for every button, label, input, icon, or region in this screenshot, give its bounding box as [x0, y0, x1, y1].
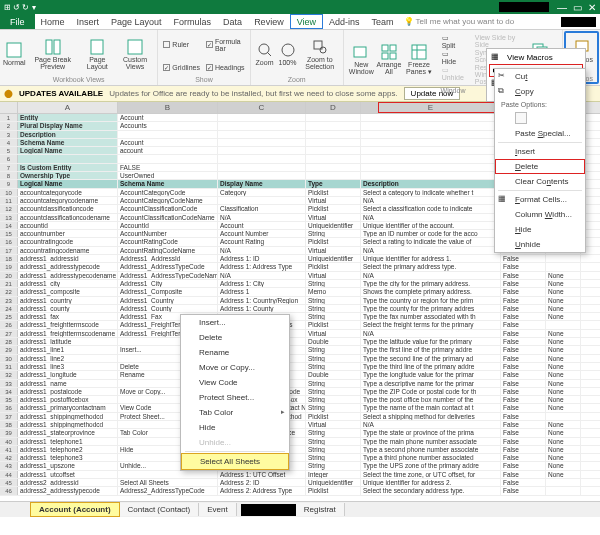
ctx-paste-special[interactable]: Paste Special...: [495, 126, 585, 141]
sidebyside-button[interactable]: View Side by Side: [475, 34, 516, 48]
ctx-delete-col[interactable]: Delete: [495, 159, 585, 174]
minimize-icon[interactable]: —: [557, 2, 567, 13]
ctx-protect-sheet[interactable]: Protect Sheet...: [181, 390, 289, 405]
grid-row[interactable]: 36address1_primarycontactnamView CodeAdd…: [0, 404, 600, 412]
gridlines-check[interactable]: ✓Gridlines: [162, 58, 201, 76]
tab-home[interactable]: Home: [35, 14, 71, 29]
grid-row[interactable]: 39address1_stateorprovinceTab ColorAddre…: [0, 429, 600, 437]
sheet-tab-event[interactable]: Event: [199, 503, 236, 516]
grid-row[interactable]: 28address1_latitudeAddress 1: LatitudeDo…: [0, 338, 600, 346]
ctx-cut[interactable]: ✂Cut: [495, 69, 585, 84]
unhide-button[interactable]: ▭ Unhide: [442, 66, 464, 81]
grid-row[interactable]: 42address1_telephone3Address 1: Telephon…: [0, 454, 600, 462]
grid-row[interactable]: 26address1_freighttermscodeAddress1_Frei…: [0, 321, 600, 329]
ctx-unhide[interactable]: Unhide...: [181, 435, 289, 450]
grid-row[interactable]: 32address1_longitudeRenameAddress 1: Lon…: [0, 371, 600, 379]
sheet-tab-account[interactable]: Account (Account): [30, 502, 120, 517]
pagelayout-button[interactable]: Page Layout: [81, 32, 114, 76]
close-icon[interactable]: ✕: [588, 2, 596, 13]
ctx-move-copy[interactable]: Move or Copy...: [181, 360, 289, 375]
ctx-select-all-sheets[interactable]: Select All Sheets: [181, 453, 289, 470]
customviews-button[interactable]: Custom Views: [117, 32, 154, 76]
tab-team[interactable]: Team: [366, 14, 400, 29]
tab-formulas[interactable]: Formulas: [168, 14, 218, 29]
col-A[interactable]: A: [18, 102, 118, 113]
hide-button[interactable]: ▭ Hide: [442, 50, 464, 65]
newwindow-button[interactable]: New Window: [348, 32, 375, 87]
grid-row[interactable]: 19address1_addresstypecodeAddress1_Addre…: [0, 263, 600, 271]
zoom100-button[interactable]: 100%: [278, 32, 298, 76]
ctx-view-code[interactable]: View Code: [181, 375, 289, 390]
ctx-hide-col[interactable]: Hide: [495, 222, 585, 237]
grid-row[interactable]: 41address1_telephone2HideAddress 1: Tele…: [0, 446, 600, 454]
paste-opt-1[interactable]: [515, 112, 527, 124]
formulabar-check[interactable]: ✓Formula Bar: [205, 32, 246, 57]
grid-row[interactable]: 33address1_nameAddress 1: NameStringType…: [0, 380, 600, 388]
zoom-selection-button[interactable]: Zoom to Selection: [301, 32, 339, 76]
grid-row[interactable]: 38address1_shippingmethodcdN/AVirtualN/A…: [0, 421, 600, 429]
ctx-hide[interactable]: Hide: [181, 420, 289, 435]
tab-page-layout[interactable]: Page Layout: [105, 14, 168, 29]
grid-row[interactable]: 22address1_compositeAddress1_CompositeAd…: [0, 288, 600, 296]
info-icon: ⬤: [4, 89, 13, 98]
grid-row[interactable]: 21address1_cityAddress1_CityAddress 1: C…: [0, 280, 600, 288]
grid-row[interactable]: 46address2_addresstypecodeAddress2_Addre…: [0, 487, 600, 495]
tell-me[interactable]: 💡Tell me what you want to do: [404, 17, 515, 26]
ctx-insert[interactable]: Insert...: [181, 315, 289, 330]
headings-check[interactable]: ✓Headings: [205, 58, 246, 76]
ctx-column-width[interactable]: Column Width...: [495, 207, 585, 222]
svg-rect-2: [54, 40, 60, 54]
ctx-unhide-col[interactable]: Unhide: [495, 237, 585, 252]
grid-row[interactable]: 29address1_line1Insert...Address 1: Stre…: [0, 346, 600, 354]
tab-file[interactable]: File: [0, 14, 35, 29]
tab-insert[interactable]: Insert: [71, 14, 106, 29]
col-C[interactable]: C: [218, 102, 306, 113]
tab-view[interactable]: View: [290, 14, 323, 29]
group-workbook-views: Normal Page Break Preview Page Layout Cu…: [0, 30, 158, 85]
zoom-button[interactable]: Zoom: [255, 32, 275, 76]
ribbon-tabs: File Home Insert Page Layout Formulas Da…: [0, 14, 600, 30]
grid-row[interactable]: 37address1_shippingmethodcdProtect Sheet…: [0, 413, 600, 421]
view-macros-item[interactable]: ▦View Macros: [489, 51, 583, 64]
tab-addins[interactable]: Add-ins: [323, 14, 366, 29]
grid-row[interactable]: 31address1_line3DeleteAddress 1: Street …: [0, 363, 600, 371]
ctx-delete[interactable]: Delete: [181, 330, 289, 345]
group-show: Ruler ✓Formula Bar ✓Gridlines ✓Headings …: [158, 30, 250, 85]
grid-row[interactable]: 40address1_telephone1Address PhoneString…: [0, 438, 600, 446]
maximize-icon[interactable]: ▭: [573, 2, 582, 13]
copy-icon: ⧉: [498, 86, 504, 96]
ctx-copy[interactable]: ⧉Copy: [495, 84, 585, 99]
grid-row[interactable]: 44address1_utcoffsetAddress 1: UTC Offse…: [0, 471, 600, 479]
freezepanes-button[interactable]: Freeze Panes ▾: [403, 32, 434, 87]
grid-row[interactable]: 30address1_line2Address 1: Street 2Strin…: [0, 355, 600, 363]
grid-row[interactable]: 25address1_faxAddress1_FaxAddress 1: Fax…: [0, 313, 600, 321]
grid-row[interactable]: 43address1_upszoneUnhide...Address 1: UP…: [0, 462, 600, 470]
grid-row[interactable]: 35address1_postofficeboxAddress 1: Post …: [0, 396, 600, 404]
grid-row[interactable]: 45address2_addressidSelect All SheetsAdd…: [0, 479, 600, 487]
col-B[interactable]: B: [118, 102, 218, 113]
ctx-format-cells[interactable]: ▦Format Cells...: [495, 192, 585, 207]
grid-row[interactable]: 23address1_countryAddress1_CountryAddres…: [0, 297, 600, 305]
pagebreak-button[interactable]: Page Break Preview: [28, 32, 78, 76]
tab-data[interactable]: Data: [217, 14, 248, 29]
grid-row[interactable]: 18address1_addressidAddress1_AddressIdAd…: [0, 255, 600, 263]
ctx-tab-color[interactable]: Tab Color▸: [181, 405, 289, 420]
grid-row[interactable]: 24address1_countyAddress1_CountyAddress …: [0, 305, 600, 313]
ctx-insert-col[interactable]: Insert: [495, 144, 585, 159]
grid-row[interactable]: 34address1_postalcodeMove or Copy...Addr…: [0, 388, 600, 396]
grid-row[interactable]: 27address1_freighttermscodenameAddress1_…: [0, 330, 600, 338]
svg-rect-4: [128, 40, 142, 54]
arrangeall-button[interactable]: Arrange All: [378, 32, 401, 87]
sheet-tab-registrat[interactable]: Registrat: [296, 503, 345, 516]
ruler-check[interactable]: Ruler: [162, 32, 201, 57]
sheet-tab-contact[interactable]: Contact (Contact): [120, 503, 200, 516]
split-button[interactable]: ▭ Split: [442, 34, 464, 49]
col-D[interactable]: D: [306, 102, 361, 113]
normal-button[interactable]: Normal: [4, 32, 25, 76]
ctx-clear[interactable]: Clear Contents: [495, 174, 585, 189]
grid-row[interactable]: 20address1_addresstypecodenameAddress1_A…: [0, 272, 600, 280]
svg-rect-11: [382, 45, 388, 51]
tab-review[interactable]: Review: [248, 14, 290, 29]
svg-rect-13: [382, 53, 388, 59]
ctx-rename[interactable]: Rename: [181, 345, 289, 360]
